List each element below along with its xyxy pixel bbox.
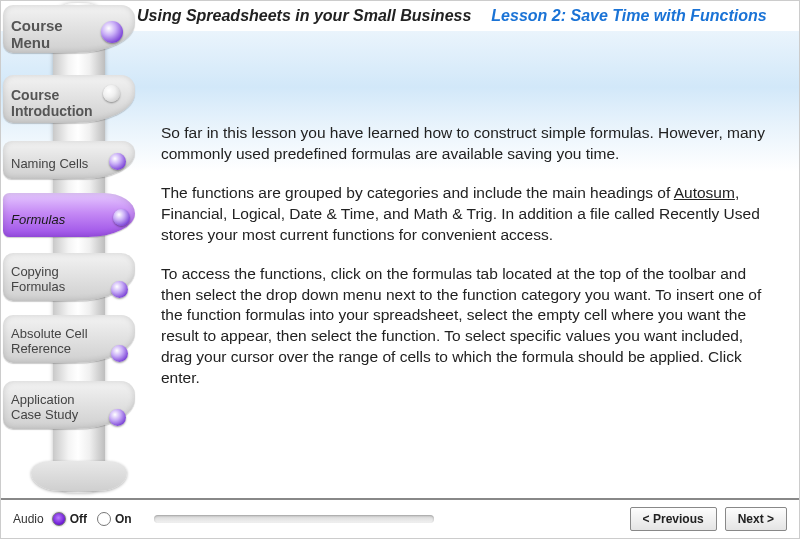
nav-item-label: Course Menu — [11, 17, 101, 52]
sidebar-pillar-base — [31, 461, 127, 491]
nav-item-label: Application Case Study — [11, 393, 101, 423]
autosum-link[interactable]: Autosum — [674, 184, 735, 201]
lesson-title: Lesson 2: Save Time with Functions — [491, 7, 766, 25]
nav-dot-icon[interactable] — [111, 281, 128, 298]
audio-label: Audio — [13, 512, 44, 526]
course-title: Using Spreadsheets in your Small Busines… — [137, 7, 471, 25]
audio-off-label: Off — [70, 512, 87, 526]
audio-on-radio[interactable] — [97, 512, 111, 526]
audio-off-radio[interactable] — [52, 512, 66, 526]
lesson-content: So far in this lesson you have learned h… — [161, 123, 775, 407]
content-paragraph-1: So far in this lesson you have learned h… — [161, 123, 775, 165]
nav-dot-icon[interactable] — [109, 409, 126, 426]
next-button[interactable]: Next > — [725, 507, 787, 531]
nav-dot-icon[interactable] — [101, 21, 123, 43]
nav-dot-icon[interactable] — [103, 85, 120, 102]
content-paragraph-3: To access the functions, click on the fo… — [161, 264, 775, 390]
nav-item-label: Naming Cells — [11, 157, 88, 172]
previous-button[interactable]: < Previous — [630, 507, 717, 531]
content-paragraph-2: The functions are grouped by categories … — [161, 183, 775, 246]
content-text: The functions are grouped by categories … — [161, 184, 674, 201]
nav-dot-icon[interactable] — [111, 345, 128, 362]
nav-dot-icon[interactable] — [109, 153, 126, 170]
footer: Audio Off On < Previous Next > — [1, 498, 799, 538]
header: Using Spreadsheets in your Small Busines… — [137, 7, 789, 25]
nav-item-label: Absolute Cell Reference — [11, 327, 101, 357]
nav-item-label: Formulas — [11, 213, 65, 228]
nav-item-formulas[interactable]: Formulas — [3, 207, 131, 234]
progress-bar[interactable] — [154, 515, 434, 523]
audio-on-label: On — [115, 512, 132, 526]
nav-item-label: Course Introduction — [11, 87, 101, 119]
sidebar: Course Menu Course Introduction Naming C… — [3, 3, 133, 493]
nav-dot-icon[interactable] — [113, 209, 130, 226]
nav-item-label: Copying Formulas — [11, 265, 101, 295]
